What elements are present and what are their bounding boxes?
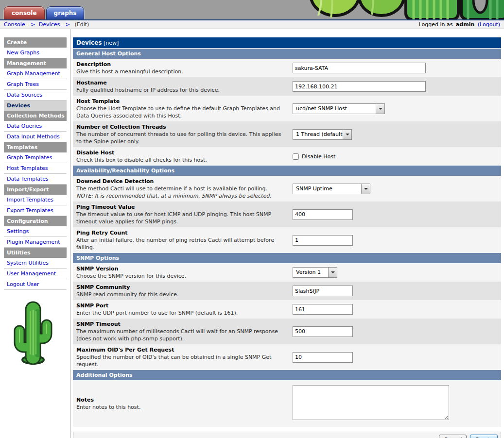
downed-device-detection-select[interactable]: SNMP Uptime xyxy=(293,184,370,194)
breadcrumb: Console -> Devices -> (Edit) xyxy=(4,21,89,28)
tab-graphs[interactable]: graphs xyxy=(46,6,85,19)
sidebar-item-export-templates[interactable]: Export Templates xyxy=(4,205,67,216)
breadcrumb-separator: -> xyxy=(64,21,70,28)
disable-host-checkbox[interactable] xyxy=(293,153,299,160)
form-row-host-template: Host Template Choose the Host Template t… xyxy=(73,96,501,121)
breadcrumb-link-devices[interactable]: Devices xyxy=(39,21,60,28)
field-help: Check this box to disable all checks for… xyxy=(76,156,286,164)
disable-host-checkbox-label: Disable Host xyxy=(302,153,335,160)
field-help: The maximum number of milliseconds Cacti… xyxy=(76,328,286,342)
form-row-downed-device-detection: Downed Device Detection The method Cacti… xyxy=(73,176,501,202)
chevron-down-icon[interactable] xyxy=(328,268,337,277)
sidebar-item-graph-templates[interactable]: Graph Templates xyxy=(4,152,67,163)
field-label: Hostname xyxy=(76,79,286,86)
field-help: Enter notes to this host. xyxy=(76,404,286,411)
form-row-snmp-timeout: SNMP Timeout The maximum number of milli… xyxy=(73,319,501,344)
sidebar-item-data-input-methods[interactable]: Data Input Methods xyxy=(4,132,67,142)
breadcrumb-bar: Console -> Devices -> (Edit) Logged in a… xyxy=(0,19,504,29)
hostname-field[interactable] xyxy=(293,81,426,92)
field-help: Choose the SNMP version for this device. xyxy=(76,272,286,280)
field-help: Fully qualified hostname or IP address f… xyxy=(76,86,286,94)
sidebar-item-settings[interactable]: Settings xyxy=(4,226,67,237)
ping-retry-field[interactable] xyxy=(293,235,353,246)
sidebar-item-data-templates[interactable]: Data Templates xyxy=(4,174,67,185)
field-help: The number of concurrent threads to use … xyxy=(76,131,286,145)
snmp-port-field[interactable] xyxy=(293,304,353,315)
sidebar-item-host-templates[interactable]: Host Templates xyxy=(4,163,67,174)
form-row-max-oids: Maximum OID's Per Get Request Specified … xyxy=(73,344,501,370)
form-row-hostname: Hostname Fully qualified hostname or IP … xyxy=(73,77,501,96)
field-label: Notes xyxy=(76,396,286,404)
sidebar-item-plugin-management[interactable]: Plugin Management xyxy=(4,237,67,248)
sidebar-item-logout-user[interactable]: Logout User xyxy=(4,279,67,290)
sidebar-item-devices[interactable]: Devices xyxy=(4,101,67,111)
sidebar-item-user-management[interactable]: User Management xyxy=(4,269,67,279)
form-row-description: Description Give this host a meaningful … xyxy=(73,59,501,77)
sidebar-item-data-sources[interactable]: Data Sources xyxy=(4,90,67,101)
collection-threads-select[interactable]: 1 Thread (default) xyxy=(293,129,352,140)
field-label: SNMP Version xyxy=(76,265,286,272)
page-title: Devices [new] xyxy=(73,37,501,48)
form-row-snmp-community: SNMP Community SNMP read community for t… xyxy=(73,282,501,300)
field-label: Description xyxy=(76,61,286,68)
field-help: SNMP read community for this device. xyxy=(76,291,286,298)
main-tabs: console graphs xyxy=(4,6,84,19)
breadcrumb-link-console[interactable]: Console xyxy=(4,21,25,28)
section-header-snmp-options: SNMP Options xyxy=(73,253,501,263)
sidebar-header-import-export: Import/Export xyxy=(4,185,67,195)
sidebar-header-collection-methods: Collection Methods xyxy=(4,111,67,121)
chevron-down-icon[interactable] xyxy=(376,104,384,114)
form-row-collection-threads: Number of Collection Threads The number … xyxy=(73,121,501,147)
sidebar-header-create: Create xyxy=(4,37,67,48)
snmp-community-field[interactable] xyxy=(293,286,353,296)
section-header-availability-options: Availability/Reachability Options xyxy=(73,166,501,176)
sidebar-header-configuration: Configuration xyxy=(4,216,67,226)
field-help: Choose the Host Template to use to defin… xyxy=(76,105,286,119)
sidebar-header-management: Management xyxy=(4,58,67,68)
chevron-down-icon[interactable] xyxy=(361,184,370,194)
chevron-down-icon[interactable] xyxy=(343,130,351,139)
field-note: NOTE: It is recommended that, at a minim… xyxy=(76,192,286,200)
cacti-console-page: console graphs Console -> Devices -> (Ed… xyxy=(0,0,504,438)
form-row-snmp-port: SNMP Port Enter the UDP port number to u… xyxy=(73,300,501,319)
field-label: Downed Device Detection xyxy=(76,178,286,185)
sidebar-header-utilities: Utilities xyxy=(4,248,67,258)
login-status: Logged in as admin (Logout) xyxy=(419,21,501,28)
field-help: Enter the UDP port number to use for SNM… xyxy=(76,309,286,317)
breadcrumb-current: (Edit) xyxy=(74,21,89,28)
field-label: Ping Timeout Value xyxy=(76,203,286,211)
cancel-button[interactable]: Cancel xyxy=(439,435,467,438)
field-help: Specified the number of OID's that can b… xyxy=(76,354,286,368)
logged-in-label: Logged in as xyxy=(419,21,453,28)
section-header-additional-options: Additional Options xyxy=(73,370,501,380)
form-row-ping-timeout: Ping Timeout Value The timeout value to … xyxy=(73,202,501,227)
sidebar-header-templates: Templates xyxy=(4,142,67,152)
field-label: Ping Retry Count xyxy=(76,229,286,236)
create-button[interactable]: Create xyxy=(470,435,498,438)
sidebar-item-system-utilities[interactable]: System Utilities xyxy=(4,258,67,269)
sidebar-item-graph-management[interactable]: Graph Management xyxy=(4,68,67,79)
cactus-logo xyxy=(9,300,57,365)
field-help: Give this host a meaningful description. xyxy=(76,68,286,75)
host-template-select[interactable]: ucd/net SNMP Host xyxy=(293,103,385,114)
snmp-version-select[interactable]: Version 1 xyxy=(293,267,337,278)
field-label: Maximum OID's Per Get Request xyxy=(76,346,286,354)
tab-console[interactable]: console xyxy=(4,6,45,19)
form-action-bar: Cancel Create xyxy=(73,432,501,438)
sidebar-item-new-graphs[interactable]: New Graphs xyxy=(4,48,67,58)
sidebar-item-data-queries[interactable]: Data Queries xyxy=(4,121,67,132)
description-field[interactable] xyxy=(293,63,426,73)
notes-textarea[interactable] xyxy=(293,385,449,420)
sidebar-item-import-templates[interactable]: Import Templates xyxy=(4,195,67,205)
max-oids-field[interactable] xyxy=(293,352,353,363)
logout-link[interactable]: (Logout) xyxy=(478,21,500,28)
field-help: After an initial failure, the number of … xyxy=(76,236,286,251)
snmp-timeout-field[interactable] xyxy=(293,326,353,337)
breadcrumb-separator: -> xyxy=(29,21,35,28)
form-row-snmp-version: SNMP Version Choose the SNMP version for… xyxy=(73,263,501,282)
ping-timeout-field[interactable] xyxy=(293,209,353,220)
field-label: SNMP Community xyxy=(76,284,286,291)
sidebar-item-graph-trees[interactable]: Graph Trees xyxy=(4,79,67,90)
field-help: The method Cacti will use to determine i… xyxy=(76,185,286,192)
form-row-notes: Notes Enter notes to this host. xyxy=(73,380,501,427)
